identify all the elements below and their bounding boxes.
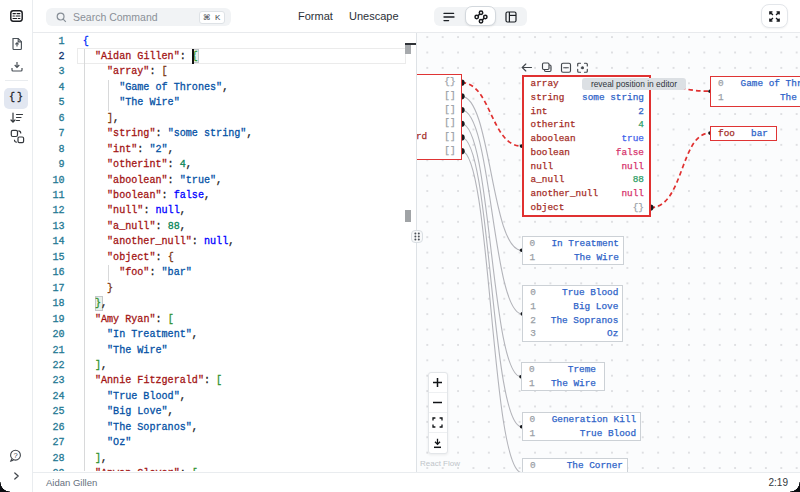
svg-text:?: ? xyxy=(13,451,17,460)
